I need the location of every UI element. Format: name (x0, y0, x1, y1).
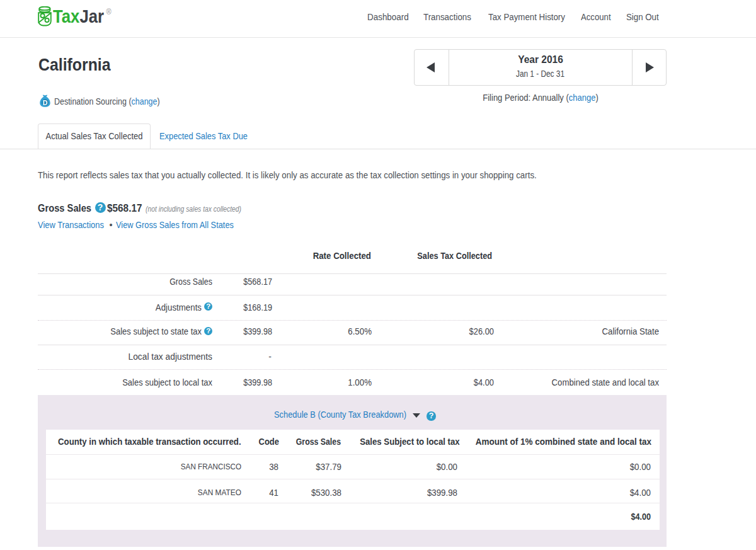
svg-text:D: D (43, 98, 48, 106)
